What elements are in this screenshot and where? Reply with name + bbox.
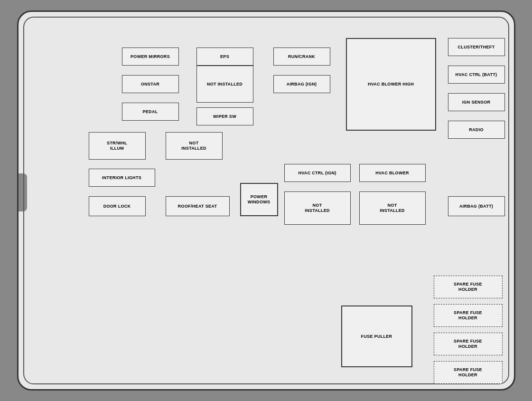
power-windows: POWER WINDOWS bbox=[240, 183, 278, 216]
not-installed-4: NOT INSTALLED bbox=[359, 191, 426, 225]
power-mirrors: POWER MIRRORS bbox=[122, 48, 179, 66]
hvac-blower-high: HVAC BLOWER HIGH bbox=[346, 38, 436, 131]
fuse-puller: FUSE PULLER bbox=[341, 306, 412, 367]
run-crank: RUN/CRANK bbox=[273, 48, 330, 66]
airbag-batt: AIRBAG (BATT) bbox=[448, 196, 505, 216]
not-installed-2: NOT INSTALLED bbox=[166, 132, 223, 160]
wiper-sw: WIPER SW bbox=[196, 107, 253, 125]
radio: RADIO bbox=[448, 121, 505, 139]
cluster-theft: CLUSTER/THEFT bbox=[448, 38, 505, 56]
ign-sensor: IGN SENSOR bbox=[448, 93, 505, 111]
fuse-box-diagram: POWER MIRRORSEPSRUN/CRANKHVAC BLOWER HIG… bbox=[17, 10, 515, 391]
spare-fuse-4: SPARE FUSE HOLDER bbox=[434, 361, 503, 384]
spare-fuse-3: SPARE FUSE HOLDER bbox=[434, 333, 503, 355]
hvac-blower: HVAC BLOWER bbox=[359, 164, 426, 182]
roof-heat-seat: ROOF/HEAT SEAT bbox=[166, 196, 230, 216]
spare-fuse-2: SPARE FUSE HOLDER bbox=[434, 304, 503, 327]
str-whl-illum: STR/WHL ILLUM bbox=[89, 132, 146, 160]
hvac-ctrl-batt: HVAC CTRL (BATT) bbox=[448, 66, 505, 84]
hvac-ctrl-ign: HVAC CTRL (IGN) bbox=[284, 164, 351, 182]
eps: EPS bbox=[196, 48, 253, 66]
door-lock: DOOR LOCK bbox=[89, 196, 146, 216]
pedal: PEDAL bbox=[122, 103, 179, 121]
not-installed-3: NOT INSTALLED bbox=[284, 191, 351, 225]
spare-fuse-1: SPARE FUSE HOLDER bbox=[434, 276, 503, 298]
onstar: ONSTAR bbox=[122, 75, 179, 93]
interior-lights: INTERIOR LIGHTS bbox=[89, 169, 155, 187]
not-installed-1: NOT INSTALLED bbox=[196, 66, 253, 103]
airbag-ign: AIRBAG (IGN) bbox=[273, 75, 330, 93]
